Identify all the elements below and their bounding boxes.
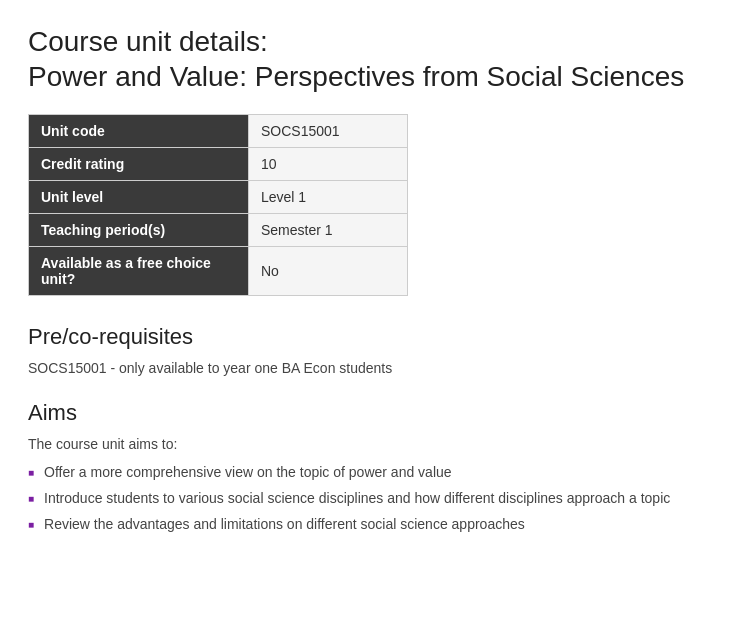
table-row: Credit rating10 [29,148,408,181]
table-row: Teaching period(s)Semester 1 [29,214,408,247]
table-label: Credit rating [29,148,249,181]
aims-intro: The course unit aims to: [28,436,715,452]
table-value: SOCS15001 [249,115,408,148]
list-item: Introduce students to various social sci… [28,490,715,506]
table-value: Semester 1 [249,214,408,247]
table-label: Teaching period(s) [29,214,249,247]
table-row: Available as a free choice unit?No [29,247,408,296]
table-value: No [249,247,408,296]
list-item: Review the advantages and limitations on… [28,516,715,532]
list-item: Offer a more comprehensive view on the t… [28,464,715,480]
table-row: Unit levelLevel 1 [29,181,408,214]
table-value: Level 1 [249,181,408,214]
aims-list: Offer a more comprehensive view on the t… [28,464,715,532]
aims-heading: Aims [28,400,715,426]
table-row: Unit codeSOCS15001 [29,115,408,148]
prereq-text: SOCS15001 - only available to year one B… [28,360,715,376]
table-label: Unit code [29,115,249,148]
page-title: Course unit details: Power and Value: Pe… [28,24,715,94]
details-table: Unit codeSOCS15001Credit rating10Unit le… [28,114,408,296]
table-label: Unit level [29,181,249,214]
table-value: 10 [249,148,408,181]
table-label: Available as a free choice unit? [29,247,249,296]
prereq-heading: Pre/co-requisites [28,324,715,350]
